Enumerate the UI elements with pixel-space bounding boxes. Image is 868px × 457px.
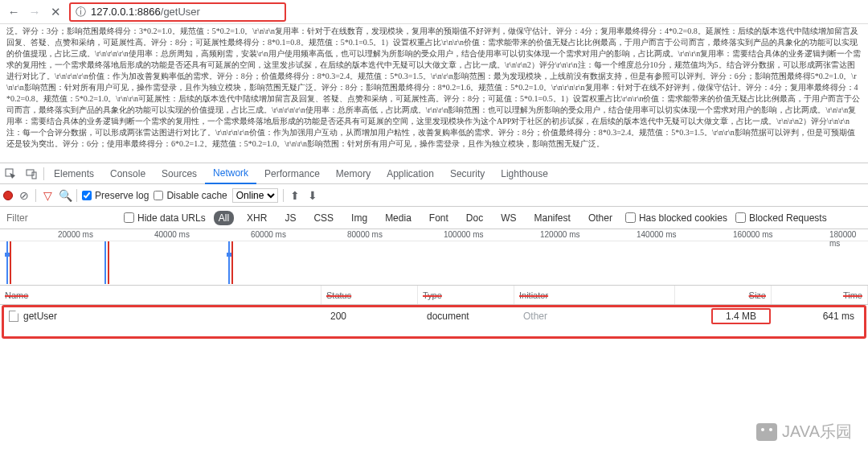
network-toolbar: ⊘ ▽ 🔍 Preserve log Disable cache Online … bbox=[0, 184, 868, 207]
download-icon[interactable]: ⬇ bbox=[306, 189, 319, 202]
search-icon[interactable]: 🔍 bbox=[59, 189, 72, 202]
separator bbox=[43, 167, 44, 180]
col-size[interactable]: Size bbox=[675, 286, 772, 304]
watermark: JAVA乐园 bbox=[756, 421, 852, 443]
has-blocked-cookies-checkbox[interactable]: Has blocked cookies bbox=[625, 212, 727, 224]
separator bbox=[35, 189, 36, 202]
filter-type-all[interactable]: All bbox=[214, 211, 234, 225]
tab-sources[interactable]: Sources bbox=[154, 163, 205, 184]
col-time[interactable]: Time bbox=[772, 286, 868, 304]
upload-icon[interactable]: ⬆ bbox=[289, 189, 301, 202]
back-icon[interactable]: ← bbox=[6, 5, 21, 19]
network-filter-bar: Hide data URLs All XHR JS CSS Img Media … bbox=[0, 207, 868, 229]
filter-type-manifest[interactable]: Manifest bbox=[530, 211, 575, 225]
tab-security[interactable]: Security bbox=[442, 163, 493, 184]
network-timeline[interactable]: 20000 ms 40000 ms 60000 ms 80000 ms 1000… bbox=[0, 229, 868, 286]
filter-type-ws[interactable]: WS bbox=[496, 211, 521, 225]
devtools-tabbar: Elements Console Sources Network Perform… bbox=[0, 163, 868, 184]
tab-application[interactable]: Application bbox=[379, 163, 442, 184]
disable-cache-checkbox[interactable]: Disable cache bbox=[154, 190, 227, 201]
filter-input[interactable] bbox=[3, 211, 116, 225]
filter-type-xhr[interactable]: XHR bbox=[242, 211, 272, 225]
col-initiator[interactable]: Initiator bbox=[514, 286, 675, 304]
timeline-ticks: 20000 ms 40000 ms 60000 ms 80000 ms 1000… bbox=[0, 229, 868, 241]
tab-memory[interactable]: Memory bbox=[328, 163, 379, 184]
page-body-text: 泛。评分：3分；影响范围最终得分：3*0.2=1.0。规范值：5*0.2=1.0… bbox=[0, 24, 868, 163]
filter-type-js[interactable]: JS bbox=[280, 211, 301, 225]
timeline-marker bbox=[231, 241, 233, 284]
filter-icon[interactable]: ▽ bbox=[41, 189, 54, 202]
cell-status: 200 bbox=[326, 307, 422, 325]
stop-icon[interactable]: ✕ bbox=[48, 5, 63, 19]
cell-initiator: Other bbox=[518, 307, 679, 325]
tab-console[interactable]: Console bbox=[102, 163, 154, 184]
table-row[interactable]: getUser 200 document Other 1.4 MB 641 ms bbox=[4, 307, 864, 325]
devtools-panel: Elements Console Sources Network Perform… bbox=[0, 163, 868, 451]
cell-name: getUser bbox=[4, 307, 326, 325]
device-toggle-icon[interactable] bbox=[21, 163, 42, 184]
timeline-body bbox=[0, 241, 868, 284]
filter-type-media[interactable]: Media bbox=[380, 211, 416, 225]
filter-type-img[interactable]: Img bbox=[346, 211, 372, 225]
document-icon bbox=[9, 311, 18, 322]
cell-type: document bbox=[422, 307, 518, 325]
forward-icon[interactable]: → bbox=[27, 5, 42, 19]
filter-type-doc[interactable]: Doc bbox=[461, 211, 488, 225]
cell-size: 1.4 MB bbox=[679, 307, 776, 325]
record-icon[interactable] bbox=[3, 191, 13, 200]
highlighted-row: getUser 200 document Other 1.4 MB 641 ms bbox=[2, 305, 866, 339]
tab-elements[interactable]: Elements bbox=[46, 163, 102, 184]
url-box[interactable]: ⓘ 127.0.0.1:8866/getUser bbox=[69, 2, 286, 22]
filter-type-other[interactable]: Other bbox=[583, 211, 617, 225]
wechat-icon bbox=[756, 423, 777, 441]
timeline-marker bbox=[104, 241, 106, 284]
separator bbox=[76, 189, 77, 202]
clear-icon[interactable]: ⊘ bbox=[18, 189, 31, 202]
tab-lighthouse[interactable]: Lighthouse bbox=[493, 163, 556, 184]
timeline-marker bbox=[10, 241, 11, 284]
timeline-marker bbox=[228, 241, 230, 284]
timeline-marker bbox=[6, 241, 8, 284]
col-status[interactable]: Status bbox=[321, 286, 418, 304]
col-type[interactable]: Type bbox=[418, 286, 514, 304]
filter-type-font[interactable]: Font bbox=[424, 211, 453, 225]
tab-network[interactable]: Network bbox=[205, 163, 256, 184]
hide-data-urls-checkbox[interactable]: Hide data URLs bbox=[124, 212, 206, 224]
tab-performance[interactable]: Performance bbox=[256, 163, 328, 184]
preserve-log-checkbox[interactable]: Preserve log bbox=[82, 190, 149, 201]
address-bar: ← → ✕ ⓘ 127.0.0.1:8866/getUser bbox=[0, 0, 868, 24]
blocked-requests-checkbox[interactable]: Blocked Requests bbox=[735, 212, 827, 224]
info-icon[interactable]: ⓘ bbox=[76, 5, 86, 19]
filter-type-css[interactable]: CSS bbox=[309, 211, 338, 225]
cell-time: 641 ms bbox=[776, 307, 864, 325]
network-table-header: Name Status Type Initiator Size Time bbox=[0, 286, 868, 305]
col-name[interactable]: Name bbox=[0, 286, 321, 304]
inspect-icon[interactable] bbox=[0, 163, 21, 184]
throttle-select[interactable]: Online bbox=[232, 188, 278, 203]
network-empty-area bbox=[0, 339, 868, 451]
timeline-marker bbox=[108, 241, 109, 284]
separator bbox=[283, 189, 284, 202]
url-text: 127.0.0.1:8866/getUser bbox=[91, 6, 200, 18]
